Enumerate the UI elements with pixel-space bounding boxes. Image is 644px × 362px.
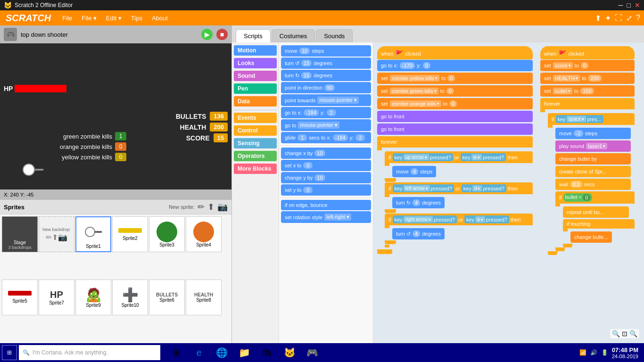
- block-move-neg1[interactable]: move -1 steps: [555, 128, 631, 139]
- category-pen[interactable]: Pen: [234, 83, 277, 94]
- block-goto-front-2[interactable]: go to front: [377, 123, 533, 135]
- block-goto[interactable]: go to mouse-pointer: [281, 119, 371, 131]
- block-turn-ccw[interactable]: turn ↺ 15 degrees: [281, 58, 371, 69]
- stop-button[interactable]: ■: [216, 29, 228, 40]
- block-set-y[interactable]: set y to 0: [281, 184, 371, 196]
- block-set-orange[interactable]: set zombie orange kills to 0: [377, 98, 533, 109]
- taskbar-windows[interactable]: ⊞: [166, 345, 187, 360]
- block-set-x[interactable]: set x to 0: [281, 160, 371, 171]
- search-bar[interactable]: 🔍 I'm Cortana. Ask me anything.: [19, 345, 160, 360]
- block-create-clone[interactable]: create clone of Spr...: [555, 166, 631, 177]
- block-set-yellow[interactable]: set zombie yellow kills to 0: [377, 73, 533, 84]
- block-set-score[interactable]: set score to 0: [540, 60, 635, 71]
- if-end: [385, 178, 396, 182]
- block-point-direction[interactable]: point in direction 90: [281, 82, 371, 93]
- tab-scripts[interactable]: Scripts: [236, 29, 271, 42]
- if-space-header[interactable]: if key space pres...: [548, 113, 635, 125]
- hat-when-clicked[interactable]: when 🚩 clicked: [377, 46, 533, 59]
- block-point-towards[interactable]: point towards mouse-pointer: [281, 94, 371, 106]
- block-goto-xy[interactable]: go to x: -184 y: 2: [281, 107, 371, 118]
- zoom-out-button[interactable]: 🔍: [629, 330, 637, 337]
- taskbar-chrome[interactable]: 🌐: [211, 345, 232, 360]
- category-control[interactable]: Control: [234, 125, 277, 136]
- score-label: SCORE: [186, 134, 210, 142]
- taskbar-store[interactable]: 🛍: [256, 345, 277, 360]
- taskbar-app7[interactable]: 🎮: [302, 345, 322, 360]
- sprite-item-2[interactable]: Sprite2: [112, 216, 148, 252]
- tab-costumes[interactable]: Costumes: [272, 29, 315, 42]
- block-change-x[interactable]: change x by 10: [281, 148, 371, 159]
- sprite-item-9[interactable]: 🧟 Sprite9: [75, 280, 111, 315]
- category-motion[interactable]: Motion: [234, 45, 277, 56]
- forever-header-right[interactable]: forever: [540, 98, 635, 109]
- category-events[interactable]: Events: [234, 113, 277, 123]
- menu-item-file[interactable]: File: [60, 14, 74, 23]
- fullscreen2-icon[interactable]: ⤢: [626, 14, 632, 23]
- forever-header[interactable]: forever: [377, 136, 533, 148]
- hat-when-clicked-right[interactable]: when 🚩 clicked: [540, 46, 635, 59]
- if-right-header[interactable]: if key right arrow pressed? or key a pre…: [385, 214, 533, 225]
- sprite-item-1[interactable]: Sprite1: [75, 216, 111, 252]
- tab-sounds[interactable]: Sounds: [316, 29, 353, 42]
- sprite-item-4[interactable]: Sprite4: [186, 216, 222, 252]
- help-icon[interactable]: ?: [636, 14, 640, 22]
- fullscreen-icon[interactable]: ⛶: [615, 14, 622, 22]
- category-sound[interactable]: Sound: [234, 71, 277, 81]
- new-backdrop-area[interactable]: New backdrop: ✏⬆📷: [39, 216, 74, 252]
- block-turn-ccw-4[interactable]: turn ↺ 4 degrees: [392, 228, 445, 239]
- category-operators[interactable]: Operators: [234, 151, 277, 161]
- block-goto-front-1[interactable]: go to front: [377, 111, 533, 122]
- sprite9-icon: 🧟: [85, 287, 102, 303]
- menu-item-edit[interactable]: Edit ▾: [104, 14, 124, 23]
- block-goto-init[interactable]: go to x: -170 y: 0: [377, 60, 533, 71]
- sprite-item-10[interactable]: ➕ Sprite10: [112, 280, 148, 315]
- taskbar-scratch[interactable]: 🐱: [279, 345, 300, 360]
- block-set-health[interactable]: set HEALTH to 200: [540, 73, 635, 84]
- zoom-reset-button[interactable]: ⊡: [622, 330, 627, 337]
- block-change-y[interactable]: change y by 10: [281, 172, 371, 183]
- taskbar-explorer[interactable]: 📁: [234, 345, 255, 360]
- block-change-bulle[interactable]: change bulle...: [570, 231, 612, 243]
- sprite-item-8[interactable]: HEALTH Sprite8: [186, 280, 222, 315]
- block-rotation-style[interactable]: set rotation style left-right: [281, 211, 371, 223]
- start-button[interactable]: ⊞: [2, 345, 17, 360]
- block-turn-cw-4[interactable]: turn ↻ 4 degrees: [392, 197, 445, 208]
- category-looks[interactable]: Looks: [234, 58, 277, 68]
- sprite-item-3[interactable]: Sprite3: [149, 216, 185, 252]
- close-button[interactable]: ✕: [635, 1, 640, 9]
- block-glide[interactable]: glide 1 secs to x: -184 y: 2: [281, 132, 371, 143]
- category-more[interactable]: More Blocks: [234, 164, 277, 174]
- upload-icon[interactable]: ⬆: [595, 14, 601, 23]
- sprite-item-5[interactable]: Sprite5: [2, 280, 38, 315]
- sprite-item-6[interactable]: BULLETS Sprite6: [149, 280, 185, 315]
- category-sensing[interactable]: Sensing: [234, 138, 277, 148]
- category-data[interactable]: Data: [234, 96, 277, 107]
- if-bullet-header[interactable]: if bullet < 0: [555, 191, 635, 204]
- menu-item-about[interactable]: About: [150, 14, 170, 23]
- block-set-green[interactable]: set zombie green kills to 0: [377, 85, 533, 97]
- block-set-bullet[interactable]: set bullet to 150: [540, 85, 635, 97]
- duplicate-icon[interactable]: ✦: [605, 14, 611, 23]
- zoom-in-button[interactable]: 🔍: [612, 330, 620, 337]
- green-flag-button[interactable]: ▶: [201, 29, 213, 40]
- block-play-sound[interactable]: play sound laser1: [555, 140, 631, 152]
- block-wait[interactable]: wait 0.1 secs: [555, 179, 631, 190]
- stage-thumbnail-item[interactable]: Stage 3 backdrops: [2, 216, 38, 252]
- if-up-arrow-header[interactable]: if key up arrow pressed? or key w presse…: [385, 151, 533, 163]
- block-repeat-until[interactable]: repeat until bu...: [563, 206, 629, 218]
- block-move[interactable]: move 10 steps: [281, 45, 371, 57]
- minimize-button[interactable]: ─: [619, 1, 623, 9]
- block-if-on-edge[interactable]: if on edge, bounce: [281, 200, 371, 210]
- if-left-header[interactable]: if key left arrow pressed? or key d pres…: [385, 182, 533, 194]
- block-move-4[interactable]: move 4 steps: [392, 166, 436, 177]
- if-touching-header[interactable]: if touching: [563, 219, 635, 229]
- sprite-item-7[interactable]: HP Sprite7: [39, 280, 74, 315]
- paint-sprite-button[interactable]: ✏: [198, 202, 205, 212]
- taskbar-edge[interactable]: e: [189, 345, 209, 360]
- maximize-button[interactable]: □: [627, 1, 631, 9]
- menu-item-tips[interactable]: Tips: [129, 14, 144, 23]
- block-change-bullet[interactable]: change bullet by: [555, 153, 631, 165]
- upload-sprite-button[interactable]: ⬆: [207, 202, 215, 212]
- camera-sprite-button[interactable]: 📷: [217, 202, 228, 212]
- block-turn-cw[interactable]: turn ↻ 15 degrees: [281, 70, 371, 81]
